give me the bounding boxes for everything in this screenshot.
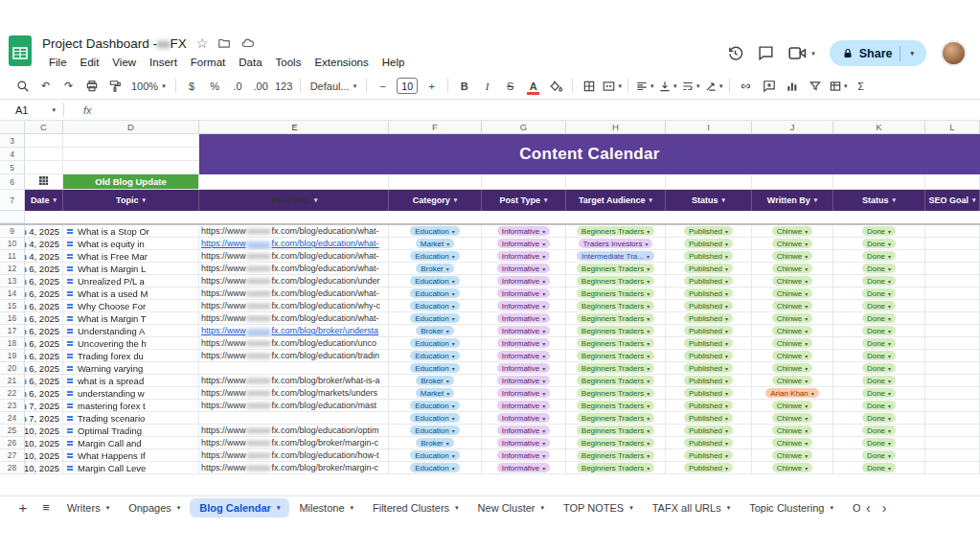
cell-category[interactable]: Education▾ <box>389 362 482 375</box>
cell-date[interactable]: March 6, 2025 <box>25 300 63 312</box>
menu-view[interactable]: View <box>105 57 143 68</box>
dropdown-chip[interactable]: Done▾ <box>862 438 896 448</box>
dropdown-chip[interactable]: Beginners Traders▾ <box>577 338 654 349</box>
column-header-I[interactable]: I <box>666 121 752 133</box>
row-number[interactable]: 18 <box>0 337 25 350</box>
dropdown-chip[interactable]: Informative▾ <box>497 301 551 311</box>
dropdown-chip[interactable]: Chinwe▾ <box>772 264 813 274</box>
cell-post-type[interactable]: Informative▾ <box>482 449 566 462</box>
dropdown-chip[interactable]: Published▾ <box>684 276 733 287</box>
cell-post-type[interactable]: Informative▾ <box>482 350 566 362</box>
cell-post-url[interactable]: https://wwwxxxxxfx.com/blog/education/wh… <box>199 250 389 263</box>
dropdown-chip[interactable]: Traders Investors▾ <box>579 239 653 249</box>
cell-written-by[interactable]: Chinwe▾ <box>752 225 833 238</box>
filter-chevron-icon[interactable]: ▾ <box>972 196 976 204</box>
dropdown-chip[interactable]: Beginners Traders▾ <box>577 276 654 287</box>
tab-milestone[interactable]: Milestone▾ <box>289 496 363 519</box>
cell-post-type[interactable]: Informative▾ <box>482 225 566 238</box>
dropdown-chip[interactable]: Education▾ <box>410 351 460 361</box>
menu-file[interactable]: File <box>42 57 74 68</box>
strikethrough-button[interactable]: S <box>499 76 521 97</box>
cell-written-by[interactable]: Chinwe▾ <box>752 288 833 300</box>
cell-topic[interactable]: mastering forex t <box>63 400 199 412</box>
cell-date[interactable]: March 6, 2025 <box>25 312 63 325</box>
dropdown-chip[interactable]: Done▾ <box>862 413 896 424</box>
row-number[interactable]: 3 <box>0 134 25 148</box>
cell-post-url[interactable]: https://wwwxxxxxfx.com/blog/broker/what-… <box>199 375 389 387</box>
dropdown-chip[interactable]: Published▾ <box>684 301 733 311</box>
document-title[interactable]: Project Dashboard - xxFX <box>42 36 187 51</box>
header-seo-goal[interactable]: SEO Goal▾ <box>925 190 980 211</box>
cell-status[interactable]: Published▾ <box>666 400 752 412</box>
header-status[interactable]: Status▾ <box>666 190 752 211</box>
increase-decimal-button[interactable]: .00 <box>250 76 272 97</box>
cell-status[interactable]: Published▾ <box>666 437 752 449</box>
dropdown-chip[interactable]: Chinwe▾ <box>772 239 813 249</box>
cell-category[interactable]: Education▾ <box>389 300 482 312</box>
table-views-button[interactable]: ▾ <box>827 76 849 97</box>
menu-insert[interactable]: Insert <box>143 57 184 68</box>
tab-filtered-clusters[interactable]: Filtered Clusters▾ <box>363 496 468 519</box>
cell-status[interactable]: Published▾ <box>666 375 752 387</box>
row-number[interactable]: 25 <box>0 425 25 437</box>
cell-category[interactable]: Education▾ <box>389 412 482 425</box>
cell-topic[interactable]: What is a used M <box>63 288 199 300</box>
cell-date[interactable]: March 6, 2025 <box>25 362 63 375</box>
cell-post-type[interactable]: Informative▾ <box>482 400 566 412</box>
cell-post-url[interactable]: https://wwwxxxxxfx.com/blog/education/ma… <box>199 400 389 412</box>
cell-post-url[interactable]: https://wwwxxxxxfx.com/blog/education/wh… <box>199 225 389 238</box>
row-number[interactable]: 26 <box>0 437 25 449</box>
cell-seo-goal[interactable] <box>925 238 980 250</box>
menu-data[interactable]: Data <box>232 57 268 68</box>
cell-topic[interactable]: What is a Stop Or <box>63 225 199 238</box>
dropdown-chip[interactable]: Broker▾ <box>416 326 454 336</box>
dropdown-chip[interactable]: Done▾ <box>862 313 896 324</box>
fill-color-button[interactable] <box>545 76 567 97</box>
dropdown-chip[interactable]: Beginners Traders▾ <box>577 426 654 436</box>
tab-new-cluster[interactable]: New Cluster▾ <box>468 496 554 519</box>
cell-post-type[interactable]: Informative▾ <box>482 275 566 288</box>
cell-target-audience[interactable]: Beginners Traders▾ <box>566 350 666 362</box>
cell-category[interactable]: Education▾ <box>389 350 482 362</box>
dropdown-chip[interactable]: Chinwe▾ <box>772 338 813 349</box>
cell-post-url[interactable]: https://wwwxxxxxfx.com/blog/education/op… <box>199 425 389 437</box>
cell-seo-goal[interactable] <box>925 325 980 337</box>
row-number[interactable]: 10 <box>0 238 25 250</box>
cell-post-url[interactable]: https://wwwxxxxxfx.com/blog/education/wh… <box>199 288 389 300</box>
filter-chevron-icon[interactable]: ▾ <box>650 196 653 204</box>
cell-seo-goal[interactable] <box>925 250 980 263</box>
cell-category[interactable]: Broker▾ <box>389 325 482 337</box>
row-number[interactable]: 11 <box>0 250 25 263</box>
cell-target-audience[interactable]: Beginners Traders▾ <box>566 362 666 375</box>
cell-status-2[interactable]: Done▾ <box>833 238 925 250</box>
dropdown-chip[interactable]: Education▾ <box>410 463 460 473</box>
cell-seo-goal[interactable] <box>925 275 980 288</box>
row-number[interactable]: 12 <box>0 263 25 275</box>
dropdown-chip[interactable]: Informative▾ <box>497 401 551 411</box>
dropdown-chip[interactable]: Published▾ <box>684 288 733 299</box>
move-folder-icon[interactable] <box>217 36 231 50</box>
dropdown-chip[interactable]: Informative▾ <box>497 251 551 262</box>
cell-category[interactable]: Market▾ <box>389 387 482 400</box>
cell-status-2[interactable]: Done▾ <box>833 337 925 350</box>
cell-seo-goal[interactable] <box>925 449 980 462</box>
dropdown-chip[interactable]: Education▾ <box>410 301 460 311</box>
dropdown-chip[interactable]: Informative▾ <box>497 239 551 249</box>
cell-topic[interactable]: What is equity in <box>63 238 199 250</box>
cell-category[interactable]: Education▾ <box>389 250 482 263</box>
row-number[interactable]: 19 <box>0 350 25 362</box>
menu-tools[interactable]: Tools <box>269 57 308 68</box>
cell-date[interactable]: March 6, 2025 <box>25 263 63 275</box>
cell-date[interactable]: March 6, 2025 <box>25 375 63 387</box>
filter-chevron-icon[interactable]: ▾ <box>722 196 726 204</box>
dropdown-chip[interactable]: Informative▾ <box>497 450 551 461</box>
empty-cell[interactable] <box>666 174 752 190</box>
row-number[interactable]: 28 <box>0 462 25 474</box>
menu-format[interactable]: Format <box>184 57 232 68</box>
dropdown-chip[interactable]: Beginners Traders▾ <box>577 413 654 424</box>
dropdown-chip[interactable]: Published▾ <box>684 438 733 448</box>
cell-topic[interactable]: Unrealized P/L a <box>63 275 199 288</box>
cell-seo-goal[interactable] <box>925 437 980 449</box>
cell-written-by[interactable]: Chinwe▾ <box>752 412 833 425</box>
dropdown-chip[interactable]: Informative▾ <box>497 313 551 324</box>
